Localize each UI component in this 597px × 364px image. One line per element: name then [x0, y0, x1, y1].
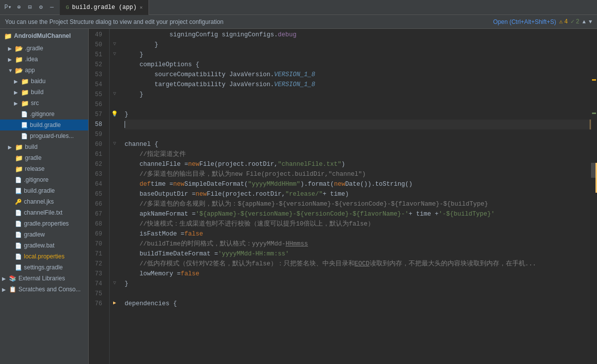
warning-icon: ⚠ [559, 18, 563, 25]
tab-close-button[interactable]: ✕ [140, 4, 143, 10]
file-icon: 📄 [21, 133, 28, 139]
code-line-57: } [125, 110, 591, 120]
open-project-structure-link[interactable]: Open (Ctrl+Alt+Shift+S) [493, 18, 556, 25]
sidebar-item-channelfile[interactable]: 📄 channelFile.txt [0, 207, 88, 218]
sidebar-item-build-root[interactable]: ▶ 📁 build [0, 141, 88, 152]
gutter-52 [110, 59, 120, 69]
code-line-56 [125, 100, 591, 110]
gutter-51[interactable]: ▽ [110, 49, 120, 59]
minimize-icon[interactable]: — [48, 3, 56, 11]
code-line-58[interactable] [125, 120, 591, 129]
line-60: 60 [89, 139, 105, 149]
line-53: 53 [89, 70, 105, 80]
check-count: 2 [576, 18, 580, 25]
sidebar-item-gitignore-root[interactable]: 📄 .gitignore [0, 174, 88, 185]
tab-build-gradle[interactable]: G build.gradle (app) ✕ [60, 0, 149, 15]
arrow-icon: ▶ [8, 57, 13, 62]
gutter-65 [110, 188, 120, 198]
line-50: 50 [89, 40, 105, 50]
sidebar-item-gradlew-bat[interactable]: 📄 gradlew.bat [0, 240, 88, 251]
sidebar-item-label: local.properties [24, 253, 64, 260]
sidebar-item-baidu[interactable]: ▶ 📁 baidu [0, 76, 88, 87]
project-icon[interactable]: P▾ [4, 3, 12, 11]
sidebar-item-gradle-root[interactable]: 📁 gradle [0, 152, 88, 163]
sidebar-item-release[interactable]: 📁 release [0, 163, 88, 174]
line-71: 71 [89, 249, 105, 259]
sidebar-item-gitignore[interactable]: 📄 .gitignore [0, 109, 88, 120]
gutter-57[interactable]: 💡 [110, 109, 120, 119]
sidebar-item-label: release [25, 165, 44, 172]
sidebar-item-gradlew[interactable]: 📄 gradlew [0, 229, 88, 240]
main-content: 📁 AndroidMulChannel ▶ 📂 .gradle ▶ 📁 .ide… [0, 29, 597, 364]
gutter-55[interactable]: ▽ [110, 89, 120, 99]
sidebar-item-build[interactable]: ▶ 📁 build [0, 87, 88, 98]
arrow-icon: ▶ [14, 79, 19, 84]
line-54: 54 [89, 80, 105, 90]
sidebar-item-label: build [25, 143, 37, 150]
sidebar-item-settings-gradle[interactable]: 📃 settings.gradle [0, 262, 88, 273]
code-line-49: signingConfig signingConfigs.debug [125, 30, 591, 40]
code-line-74: } [125, 279, 591, 289]
sidebar-item-channel-jks[interactable]: 🔑 channel.jks [0, 196, 88, 207]
sidebar-item-src[interactable]: ▶ 📁 src [0, 98, 88, 109]
minus-icon[interactable]: ⊟ [26, 3, 34, 11]
gradle-file-icon: G [66, 4, 69, 10]
title-bar: P▾ ⊕ ⊟ ⚙ — G build.gradle (app) ✕ [0, 0, 597, 15]
scrollbar[interactable] [591, 29, 597, 364]
sidebar-item-scratches[interactable]: ▶ 📋 Scratches and Conso... [0, 284, 88, 295]
expand-icon[interactable]: ▲ [583, 19, 586, 25]
sidebar-item-gradle-properties[interactable]: 📄 gradle.properties [0, 218, 88, 229]
code-line-68: //快速模式：生成渠道包时不进行校验（速度可以提升10倍以上，默认为false） [125, 219, 591, 229]
sidebar-item-build-gradle-root[interactable]: 📃 build.gradle [0, 185, 88, 196]
sidebar-item-external-libraries[interactable]: ▶ 📚 External Libraries [0, 273, 88, 284]
sidebar-item-gradle[interactable]: ▶ 📂 .gradle [0, 43, 88, 54]
sidebar-item-label: gradle [25, 154, 41, 161]
sidebar-item-idea[interactable]: ▶ 📁 .idea [0, 54, 88, 65]
code-editor[interactable]: signingConfig signingConfigs.debug } } c… [120, 29, 591, 364]
sidebar-item-proguard[interactable]: 📄 proguard-rules... [0, 130, 88, 141]
arrow-icon: ▶ [14, 101, 19, 106]
gutter-61 [110, 148, 120, 158]
folder-icon: 📁 [15, 56, 23, 63]
line-numbers: 49 50 51 52 53 54 55 56 57 58 59 60 61 6… [89, 29, 110, 364]
file-icon: 📄 [15, 210, 22, 216]
gutter-66 [110, 198, 120, 208]
gutter-62 [110, 158, 120, 168]
arrow-icon: ▶ [2, 287, 7, 292]
gutter-76[interactable]: ▶ [110, 298, 120, 308]
sidebar-item-label: src [31, 100, 39, 107]
collapse-icon[interactable]: ▼ [589, 19, 592, 25]
gutter-54 [110, 79, 120, 89]
plus-icon[interactable]: ⊕ [15, 3, 23, 11]
line-72: 72 [89, 259, 105, 269]
code-line-75 [125, 289, 591, 299]
sidebar-item-app[interactable]: ▼ 📂 app [0, 65, 88, 76]
code-line-59 [125, 129, 591, 139]
line-70: 70 [89, 239, 105, 249]
gutter-72 [110, 258, 120, 268]
sidebar-item-local-properties[interactable]: 📄 local.properties [0, 251, 88, 262]
project-root-label: AndroidMulChannel [14, 32, 71, 39]
code-line-61: //指定渠道文件 [125, 149, 591, 159]
sidebar-item-label: External Libraries [18, 275, 65, 282]
sidebar-item-label: app [25, 67, 35, 74]
arrow-icon: ▶ [2, 276, 7, 281]
sidebar-item-label: build [31, 89, 43, 96]
lightbulb-icon[interactable]: 💡 [111, 111, 118, 117]
gutter-50[interactable]: ▽ [110, 39, 120, 49]
settings-icon[interactable]: ⚙ [37, 3, 45, 11]
line-63: 63 [89, 169, 105, 179]
gradle-icon: 📃 [21, 122, 28, 128]
check-badge: ✓ 2 [571, 18, 579, 25]
sidebar-item-build-gradle-app[interactable]: 📃 build.gradle [0, 120, 88, 130]
file-icon: 📄 [15, 221, 22, 227]
line-66: 66 [89, 199, 105, 209]
gutter-74[interactable]: ▽ [110, 278, 120, 288]
editor-area[interactable]: 49 50 51 52 53 54 55 56 57 58 59 60 61 6… [89, 29, 597, 364]
file-icon: 📄 [15, 232, 22, 238]
code-line-50: } [125, 40, 591, 50]
gradle-icon: 📃 [15, 264, 22, 271]
gutter-73 [110, 268, 120, 278]
gutter-60[interactable]: ▽ [110, 138, 120, 148]
sidebar-item-label: gradlew [24, 231, 45, 238]
